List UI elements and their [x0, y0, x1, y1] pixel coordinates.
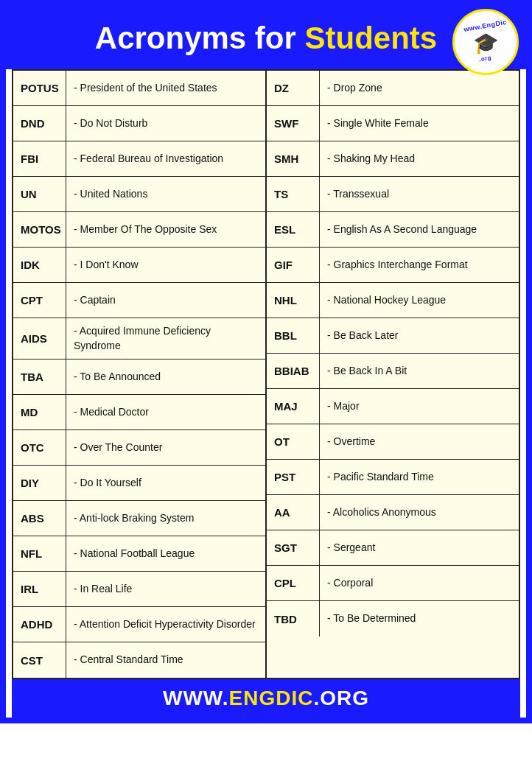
table-row: GIF- Graphics Interchange Format [267, 248, 519, 283]
footer-highlight: ENGDIC [229, 687, 314, 709]
meaning-cell: - Be Back Later [320, 318, 519, 353]
table-row: NFL- National Football League [13, 536, 265, 572]
meaning-cell: - Anti-lock Braking System [66, 501, 265, 536]
table-row: TS- Transsexual [267, 177, 519, 212]
content-area: POTUS- President of the United StatesDND… [12, 69, 520, 679]
abbreviation-cell: SMH [267, 141, 320, 176]
meaning-cell: - Member Of The Opposite Sex [66, 212, 265, 247]
meaning-cell: - Graphics Interchange Format [320, 248, 519, 282]
abbreviation-cell: MD [13, 395, 66, 429]
abbreviation-cell: ABS [13, 501, 66, 536]
table-row: SWF- Single White Female [267, 106, 519, 141]
abbreviation-cell: NFL [13, 536, 66, 571]
right-column: DZ- Drop ZoneSWF- Single White FemaleSMH… [267, 71, 519, 678]
main-content: POTUS- President of the United StatesDND… [6, 69, 526, 718]
abbreviation-cell: CST [13, 642, 66, 678]
meaning-cell: - To Be Announced [66, 360, 265, 394]
abbreviation-cell: ADHD [13, 607, 66, 642]
abbreviation-cell: TS [267, 177, 320, 211]
header: Acronyms for Students www.EngDic 🎓 .org [3, 3, 529, 69]
meaning-cell: - Central Standard Time [66, 642, 265, 678]
table-row: CST- Central Standard Time [13, 642, 265, 678]
meaning-cell: - Medical Doctor [66, 395, 265, 429]
table-row: BBL- Be Back Later [267, 318, 519, 354]
table-row: MOTOS- Member Of The Opposite Sex [13, 212, 265, 248]
page-wrapper: Acronyms for Students www.EngDic 🎓 .org … [0, 0, 532, 723]
grad-cap-icon: 🎓 [473, 31, 499, 55]
abbreviation-cell: GIF [267, 248, 320, 282]
abbreviation-cell: ESL [267, 212, 320, 247]
meaning-cell: - Do It Yourself [66, 466, 265, 500]
logo-text-bottom: .org [479, 55, 492, 63]
header-title: Acronyms for Students [95, 21, 437, 55]
abbreviation-cell: MOTOS [13, 212, 66, 247]
footer-text: WWW.ENGDIC.ORG [163, 687, 369, 709]
table-row: MAJ- Major [267, 389, 519, 424]
abbreviation-cell: BBL [267, 318, 320, 353]
meaning-cell: - Single White Female [320, 106, 519, 141]
meaning-cell: - Do Not Disturb [66, 106, 265, 141]
table-row: DND- Do Not Disturb [13, 106, 265, 141]
table-row: DIY- Do It Yourself [13, 466, 265, 501]
table-row: FBI- Federal Bureau of Investigation [13, 141, 265, 177]
meaning-cell: - Drop Zone [320, 71, 519, 105]
abbreviation-cell: DZ [267, 71, 320, 105]
table-row: IDK- I Don't Know [13, 248, 265, 283]
logo-circle: www.EngDic 🎓 .org [452, 9, 519, 75]
header-title-plain: Acronyms for [95, 21, 305, 55]
abbreviation-cell: CPT [13, 283, 66, 318]
meaning-cell: - Shaking My Head [320, 141, 519, 176]
abbreviation-cell: FBI [13, 141, 66, 176]
abbreviation-cell: BBIAB [267, 354, 320, 388]
meaning-cell: - National Football League [66, 536, 265, 571]
meaning-cell: - Pacific Standard Time [320, 460, 519, 494]
abbreviation-cell: POTUS [13, 71, 66, 105]
table-row: MD- Medical Doctor [13, 395, 265, 430]
meaning-cell: - Overtime [320, 424, 519, 459]
meaning-cell: - In Real Life [66, 572, 265, 606]
left-column: POTUS- President of the United StatesDND… [13, 71, 267, 678]
meaning-cell: - Alcoholics Anonymous [320, 495, 519, 530]
table-row: OT- Overtime [267, 424, 519, 460]
meaning-cell: - Sergeant [320, 530, 519, 565]
table-row: CPT- Captain [13, 283, 265, 318]
table-row: TBD- To Be Determined [267, 601, 519, 636]
abbreviation-cell: SGT [267, 530, 320, 565]
table-row: PST- Pacific Standard Time [267, 460, 519, 495]
meaning-cell: - President of the United States [66, 71, 265, 105]
abbreviation-cell: AA [267, 495, 320, 530]
outer-border: Acronyms for Students www.EngDic 🎓 .org … [0, 0, 532, 723]
table-row: DZ- Drop Zone [267, 71, 519, 106]
table-row: SGT- Sergeant [267, 530, 519, 566]
table-row: IRL- In Real Life [13, 572, 265, 607]
abbreviation-cell: CPL [267, 566, 320, 600]
abbreviation-cell: DND [13, 106, 66, 141]
abbreviation-cell: MAJ [267, 389, 320, 424]
meaning-cell: - Federal Bureau of Investigation [66, 141, 265, 176]
abbreviation-cell: OTC [13, 430, 66, 465]
header-title-highlight: Students [305, 21, 438, 55]
abbreviation-cell: IRL [13, 572, 66, 606]
meaning-cell: - Attention Deficit Hyperactivity Disord… [66, 607, 265, 642]
meaning-cell: - English As A Second Language [320, 212, 519, 247]
abbreviation-cell: TBD [267, 601, 320, 636]
abbreviation-cell: NHL [267, 283, 320, 318]
table-row: ESL- English As A Second Language [267, 212, 519, 248]
table-row: ABS- Anti-lock Braking System [13, 501, 265, 536]
table-row: OTC- Over The Counter [13, 430, 265, 466]
meaning-cell: - National Hockey League [320, 283, 519, 318]
meaning-cell: - Transsexual [320, 177, 519, 211]
abbreviation-cell: OT [267, 424, 320, 459]
table-row: ADHD- Attention Deficit Hyperactivity Di… [13, 607, 265, 642]
meaning-cell: - I Don't Know [66, 248, 265, 282]
footer: WWW.ENGDIC.ORG [12, 679, 520, 718]
table-row: TBA- To Be Announced [13, 360, 265, 395]
abbreviation-cell: AIDS [13, 318, 66, 359]
abbreviation-cell: UN [13, 177, 66, 211]
abbreviation-cell: DIY [13, 466, 66, 500]
abbreviation-cell: SWF [267, 106, 320, 141]
meaning-cell: - United Nations [66, 177, 265, 211]
table-row: CPL- Corporal [267, 566, 519, 601]
table-row: AA- Alcoholics Anonymous [267, 495, 519, 530]
table-row: BBIAB- Be Back In A Bit [267, 354, 519, 389]
